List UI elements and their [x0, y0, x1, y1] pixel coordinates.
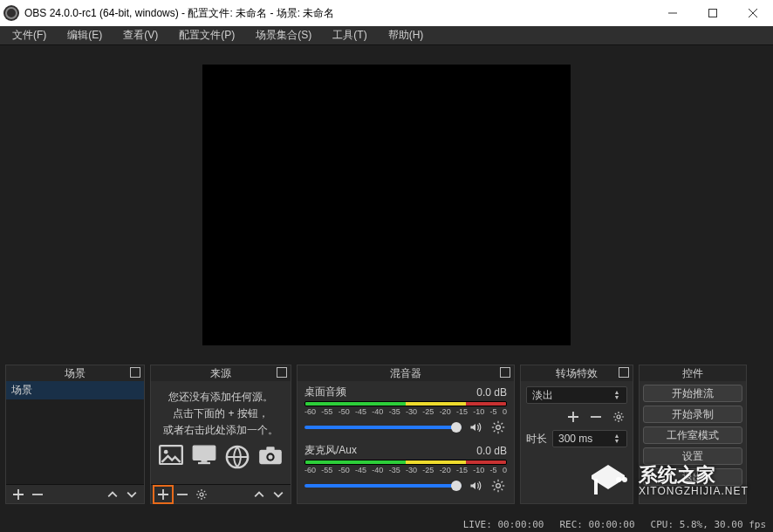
- svg-line-21: [198, 496, 199, 497]
- duration-value: 300 ms: [558, 433, 592, 445]
- menu-file[interactable]: 文件(F): [2, 26, 57, 44]
- sources-toolbar: [151, 484, 291, 503]
- svg-point-14: [200, 493, 203, 496]
- controls-header[interactable]: 控件: [640, 365, 746, 381]
- scenes-dock: 场景 场景: [5, 365, 145, 504]
- mixer-channel-name: 麦克风/Aux: [304, 443, 357, 458]
- start-recording-button[interactable]: 开始录制: [643, 406, 742, 423]
- transition-select[interactable]: 淡出 ▲▼: [526, 386, 627, 404]
- svg-line-28: [494, 423, 496, 425]
- gear-icon[interactable]: [489, 477, 507, 494]
- svg-point-5: [164, 450, 168, 454]
- svg-point-41: [617, 415, 620, 419]
- duration-label: 时长: [526, 432, 547, 447]
- exit-button[interactable]: 退出: [643, 468, 742, 486]
- image-icon: [159, 445, 183, 466]
- mixer-channel-name: 桌面音频: [304, 385, 346, 399]
- minimize-button[interactable]: [653, 0, 693, 26]
- status-bar: LIVE: 00:00:00 REC: 00:00:00 CPU: 5.8%, …: [0, 516, 773, 532]
- settings-button[interactable]: 设置: [643, 447, 742, 465]
- sources-empty-line: 您还没有添加任何源。: [168, 390, 273, 405]
- svg-line-19: [198, 490, 199, 491]
- speaker-icon[interactable]: [467, 419, 484, 436]
- maximize-button[interactable]: [693, 0, 733, 26]
- svg-line-20: [204, 496, 205, 497]
- mixer-header[interactable]: 混音器: [298, 365, 514, 381]
- scene-down-button[interactable]: [123, 487, 140, 502]
- volume-slider[interactable]: [304, 426, 462, 429]
- camera-icon: [258, 445, 283, 466]
- menu-profile[interactable]: 配置文件(P): [168, 26, 245, 44]
- chevron-updown-icon: ▲▼: [609, 431, 625, 447]
- menu-view[interactable]: 查看(V): [113, 26, 168, 44]
- svg-line-39: [494, 489, 496, 491]
- svg-line-47: [621, 419, 622, 420]
- source-down-button[interactable]: [270, 487, 287, 502]
- mixer-title: 混音器: [390, 367, 421, 379]
- svg-rect-8: [198, 462, 210, 464]
- mixer-dock: 混音器 桌面音频 0.0 dB -60-55-50-45-40-35-30-25…: [297, 365, 515, 504]
- display-icon: [192, 445, 216, 466]
- mixer-meter: [304, 460, 507, 465]
- scene-list[interactable]: 场景: [6, 381, 144, 484]
- svg-line-46: [615, 413, 616, 414]
- svg-point-32: [496, 484, 501, 488]
- scenes-toolbar: [6, 484, 144, 503]
- menu-scene-collection[interactable]: 场景集合(S): [245, 26, 322, 44]
- sources-empty[interactable]: 您还没有添加任何源。 点击下面的 + 按钮， 或者右击此处添加一个。: [151, 381, 291, 484]
- popout-icon[interactable]: [619, 367, 629, 378]
- sources-title: 来源: [210, 367, 231, 379]
- transition-properties-button[interactable]: [610, 409, 627, 425]
- start-streaming-button[interactable]: 开始推流: [643, 385, 742, 402]
- controls-dock: 控件 开始推流 开始录制 工作室模式 设置 退出: [639, 365, 747, 504]
- svg-line-22: [204, 490, 205, 491]
- scene-item[interactable]: 场景: [6, 381, 144, 399]
- preview-area: [5, 51, 768, 359]
- close-button[interactable]: [733, 0, 773, 26]
- mixer-channel-db: 0.0 dB: [476, 386, 507, 399]
- status-rec: REC: 00:00:00: [559, 519, 634, 530]
- add-source-button[interactable]: [154, 487, 172, 502]
- svg-line-40: [502, 481, 503, 483]
- status-live: LIVE: 00:00:00: [463, 519, 544, 530]
- remove-transition-button[interactable]: [587, 409, 605, 425]
- transitions-title: 转场特效: [556, 367, 598, 379]
- studio-mode-button[interactable]: 工作室模式: [643, 426, 742, 444]
- transition-selected: 淡出: [532, 388, 553, 403]
- mixer-meter: [304, 401, 507, 406]
- popout-icon[interactable]: [277, 367, 287, 378]
- duration-input[interactable]: 300 ms ▲▼: [552, 430, 627, 447]
- controls-title: 控件: [682, 367, 703, 379]
- speaker-icon[interactable]: [467, 477, 484, 494]
- popout-icon[interactable]: [500, 367, 510, 378]
- menu-help[interactable]: 帮助(H): [378, 26, 434, 44]
- remove-scene-button[interactable]: [29, 487, 46, 502]
- chevron-updown-icon: ▲▼: [609, 387, 625, 403]
- svg-line-31: [502, 423, 503, 425]
- globe-icon: [225, 445, 250, 466]
- scenes-header[interactable]: 场景: [6, 365, 144, 381]
- popout-icon[interactable]: [130, 367, 140, 378]
- gear-icon[interactable]: [489, 419, 507, 436]
- svg-line-29: [502, 431, 503, 433]
- svg-line-30: [494, 431, 496, 433]
- source-properties-button[interactable]: [193, 487, 210, 502]
- volume-slider[interactable]: [304, 484, 462, 488]
- add-scene-button[interactable]: [10, 487, 27, 502]
- svg-line-37: [494, 481, 496, 483]
- source-up-button[interactable]: [250, 487, 268, 502]
- menu-edit[interactable]: 编辑(E): [57, 26, 113, 44]
- sources-header[interactable]: 来源: [151, 365, 291, 381]
- remove-source-button[interactable]: [174, 487, 191, 502]
- svg-rect-1: [709, 10, 717, 17]
- preview-canvas[interactable]: [203, 65, 570, 344]
- window-titlebar: OBS 24.0.0-rc1 (64-bit, windows) - 配置文件:…: [0, 0, 773, 26]
- svg-point-23: [496, 426, 501, 430]
- menu-tools[interactable]: 工具(T): [322, 26, 377, 44]
- scene-up-button[interactable]: [104, 487, 121, 502]
- transitions-header[interactable]: 转场特效: [521, 365, 633, 381]
- svg-line-49: [621, 413, 622, 414]
- add-transition-button[interactable]: [564, 409, 582, 425]
- sources-dock: 来源 您还没有添加任何源。 点击下面的 + 按钮， 或者右击此处添加一个。: [150, 365, 291, 504]
- status-cpu: CPU: 5.8%, 30.00 fps: [651, 519, 766, 530]
